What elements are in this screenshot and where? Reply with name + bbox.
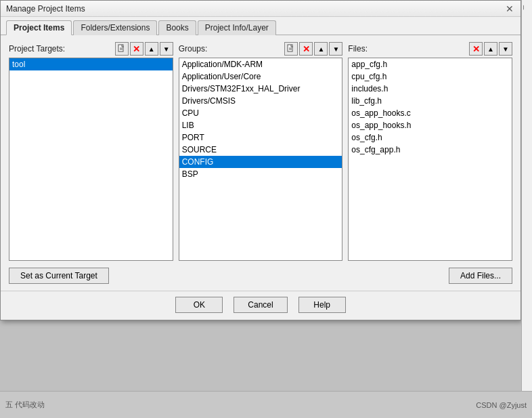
project-targets-column: Project Targets:: [9, 42, 173, 261]
files-toolbar: ✕ ▲ ▼: [469, 42, 512, 56]
list-item[interactable]: os_app_hooks.h: [349, 119, 512, 131]
groups-label: Groups:: [179, 44, 208, 54]
down-arrow-icon: ▼: [502, 45, 509, 53]
list-item[interactable]: Application/User/Core: [179, 70, 342, 83]
list-item[interactable]: PORT: [179, 131, 342, 144]
project-targets-label: Project Targets:: [9, 44, 65, 54]
project-targets-down-btn[interactable]: ▼: [160, 42, 173, 56]
add-files-button[interactable]: Add Files...: [449, 268, 512, 284]
project-targets-delete-btn[interactable]: ✕: [130, 42, 143, 56]
groups-toolbar: ✕ ▲ ▼: [284, 42, 342, 56]
up-arrow-icon: ▲: [487, 45, 494, 53]
files-header: Files: ✕ ▲ ▼: [348, 42, 512, 56]
list-item[interactable]: LIB: [179, 119, 342, 131]
taskbar-left-text: 五 代码改动: [5, 400, 45, 410]
delete-icon: ✕: [472, 44, 480, 54]
list-item[interactable]: BSP: [179, 168, 342, 180]
groups-column: Groups:: [179, 42, 343, 261]
files-delete-btn[interactable]: ✕: [469, 42, 483, 56]
files-column: Files: ✕ ▲ ▼ app_cfg.hcpu_cfg.hi: [348, 42, 512, 261]
list-item[interactable]: Application/MDK-ARM: [179, 58, 342, 70]
right-panel-text: RR_: [522, 0, 532, 16]
list-item[interactable]: CONFIG: [179, 156, 342, 168]
ok-button[interactable]: OK: [175, 297, 223, 313]
tab-folders-extensions[interactable]: Folders/Extensions: [73, 20, 157, 35]
files-down-btn[interactable]: ▼: [499, 42, 512, 56]
list-item[interactable]: SOURCE: [179, 144, 342, 156]
bottom-right: Add Files...: [449, 268, 512, 284]
list-item[interactable]: app_cfg.h: [349, 58, 512, 70]
dialog-footer: OK Cancel Help: [1, 291, 520, 320]
list-item[interactable]: cpu_cfg.h: [349, 70, 512, 83]
delete-icon: ✕: [133, 44, 140, 54]
help-button[interactable]: Help: [298, 297, 346, 313]
tab-project-items[interactable]: Project Items: [6, 20, 72, 35]
groups-delete-btn[interactable]: ✕: [299, 42, 313, 56]
close-button[interactable]: ✕: [504, 4, 515, 14]
list-item[interactable]: os_cfg_app.h: [349, 144, 512, 156]
project-targets-new-btn[interactable]: [115, 42, 129, 56]
new-file-icon: [118, 44, 126, 54]
project-targets-up-btn[interactable]: ▲: [145, 42, 158, 56]
list-item[interactable]: tool: [9, 58, 173, 70]
taskbar-right-text: CSDN @Zyjust: [476, 401, 527, 409]
up-arrow-icon: ▲: [317, 45, 324, 53]
project-targets-header: Project Targets:: [9, 42, 173, 56]
files-label: Files:: [348, 44, 368, 54]
tab-books[interactable]: Books: [158, 20, 196, 35]
list-item[interactable]: includes.h: [349, 83, 512, 95]
tab-project-info-layer[interactable]: Project Info/Layer: [198, 20, 276, 35]
cancel-button[interactable]: Cancel: [234, 297, 287, 313]
title-bar: Manage Project Items ✕: [1, 1, 520, 17]
right-side-panel: RR_: [521, 0, 532, 418]
dialog-window: Manage Project Items ✕ Project Items Fol…: [0, 0, 521, 320]
tab-bar: Project Items Folders/Extensions Books P…: [1, 17, 520, 35]
bottom-left: Set as Current Target: [9, 268, 109, 284]
files-list[interactable]: app_cfg.hcpu_cfg.hincludes.hlib_cfg.hos_…: [348, 58, 512, 261]
project-targets-toolbar: ✕ ▲ ▼: [115, 42, 173, 56]
list-item[interactable]: os_cfg.h: [349, 131, 512, 144]
bottom-row: Set as Current Target Add Files...: [9, 268, 512, 284]
groups-header: Groups:: [179, 42, 343, 56]
list-item[interactable]: Drivers/STM32F1xx_HAL_Driver: [179, 83, 342, 95]
dialog-content: Project Targets:: [1, 35, 520, 291]
groups-new-btn[interactable]: [284, 42, 298, 56]
delete-icon: ✕: [303, 44, 310, 54]
project-targets-list[interactable]: tool: [9, 58, 173, 261]
list-item[interactable]: os_app_hooks.c: [349, 107, 512, 119]
list-item[interactable]: CPU: [179, 107, 342, 119]
files-up-btn[interactable]: ▲: [484, 42, 497, 56]
list-item[interactable]: lib_cfg.h: [349, 95, 512, 107]
dialog-title: Manage Project Items: [6, 4, 85, 14]
up-arrow-icon: ▲: [148, 45, 155, 53]
groups-list[interactable]: Application/MDK-ARMApplication/User/Core…: [179, 58, 343, 261]
groups-down-btn[interactable]: ▼: [329, 42, 342, 56]
down-arrow-icon: ▼: [163, 45, 170, 53]
down-arrow-icon: ▼: [332, 45, 339, 53]
list-item[interactable]: Drivers/CMSIS: [179, 95, 342, 107]
new-file-icon: [287, 44, 295, 54]
groups-up-btn[interactable]: ▲: [314, 42, 328, 56]
taskbar: 五 代码改动 CSDN @Zyjust: [0, 391, 532, 418]
set-target-button[interactable]: Set as Current Target: [9, 268, 109, 284]
columns-container: Project Targets:: [9, 42, 512, 261]
